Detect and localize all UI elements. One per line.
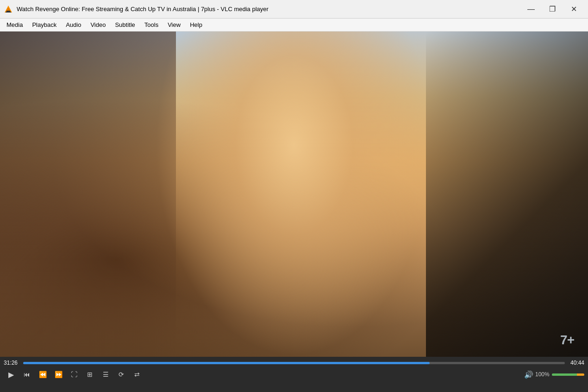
video-frame: 7+ [0,32,588,357]
close-button[interactable]: ✕ [563,0,584,19]
menubar: MediaPlaybackAudioVideoSubtitleToolsView… [0,19,588,32]
menu-item-playback[interactable]: Playback [27,19,61,30]
maximize-button[interactable]: ❐ [542,0,563,19]
play-button[interactable]: ▶ [4,368,19,381]
fullscreen-button[interactable]: ⛶ [67,368,81,381]
figure-right [426,32,588,357]
volume-green [552,373,577,376]
time-elapsed: 31:26 [4,360,20,366]
vlc-icon [4,5,13,14]
window-controls: — ❐ ✕ [520,0,584,19]
menu-item-media[interactable]: Media [2,19,27,30]
volume-orange [577,373,584,376]
loop-button[interactable]: ⟳ [114,368,129,381]
menu-item-tools[interactable]: Tools [140,19,163,30]
figure-center [155,32,433,357]
crowd-overlay-left [0,32,176,357]
seek-progress [23,362,430,364]
volume-button[interactable]: 🔊 [524,370,533,379]
next-button[interactable]: ⏩ [51,368,66,381]
seek-bar[interactable] [23,362,565,364]
svg-rect-2 [6,11,10,12]
time-total: 40:44 [568,360,584,366]
shuffle-button[interactable]: ⇄ [130,368,144,381]
menu-item-video[interactable]: Video [86,19,110,30]
prev-chapter-button[interactable]: ⏮ [19,368,34,381]
titlebar: Watch Revenge Online: Free Streaming & C… [0,0,588,19]
volume-slider[interactable] [552,373,584,376]
progress-row: 31:26 40:44 [0,357,588,367]
volume-area: 🔊 100% [524,370,584,379]
playlist-button[interactable]: ☰ [98,368,113,381]
control-bar: 31:26 40:44 ▶ ⏮ ⏪ ⏩ ⛶ ⊞ ☰ ⟳ ⇄ 🔊 100% [0,357,588,392]
svg-rect-3 [6,12,11,13]
video-area[interactable]: 7+ [0,32,588,357]
window-title: Watch Revenge Online: Free Streaming & C… [17,6,520,13]
extended-frame-button[interactable]: ⊞ [82,368,97,381]
menu-item-subtitle[interactable]: Subtitle [110,19,139,30]
minimize-button[interactable]: — [520,0,542,19]
buttons-row: ▶ ⏮ ⏪ ⏩ ⛶ ⊞ ☰ ⟳ ⇄ 🔊 100% [0,367,588,382]
volume-label: 100% [535,371,550,378]
menu-item-help[interactable]: Help [185,19,207,30]
menu-item-audio[interactable]: Audio [61,19,86,30]
prev-button[interactable]: ⏪ [35,368,50,381]
menu-item-view[interactable]: View [163,19,185,30]
channel-logo: 7+ [560,333,574,348]
